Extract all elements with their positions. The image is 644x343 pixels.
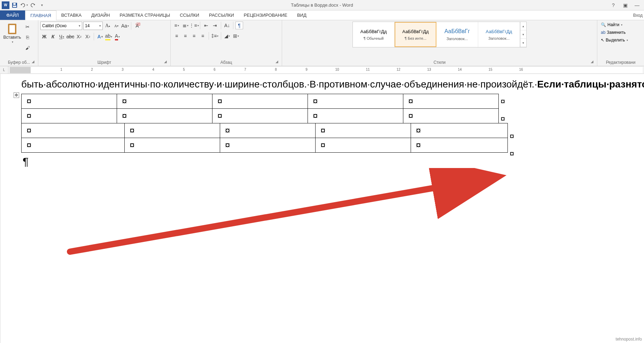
font-family-combo[interactable]: Calibri (Осно▾	[40, 22, 82, 30]
table-cell[interactable]: ¤	[22, 109, 117, 123]
bold-button[interactable]: Ж	[40, 33, 48, 40]
tab-view[interactable]: ВИД	[292, 10, 311, 20]
styles-scroll-down-icon[interactable]: ▾	[520, 30, 526, 39]
cut-icon[interactable]	[24, 23, 31, 31]
page[interactable]: быть·абсолютно·идентичны·по·количеству·и…	[0, 74, 644, 343]
increase-indent-icon[interactable]: ⇥	[211, 22, 219, 29]
highlight-icon[interactable]: ab▾	[105, 33, 112, 40]
table-cell[interactable]: ¤	[403, 94, 499, 109]
table-cell[interactable]: ¤	[125, 138, 220, 153]
sort-icon[interactable]: A↓	[223, 22, 231, 29]
text-effects-icon[interactable]: A▾	[96, 33, 104, 40]
qat-customize-icon[interactable]: ▾	[38, 1, 46, 9]
tab-layout[interactable]: РАЗМЕТКА СТРАНИЦЫ	[115, 10, 175, 20]
word-app-icon[interactable]: W	[1, 1, 10, 9]
align-left-icon[interactable]: ≡	[173, 32, 180, 40]
italic-button[interactable]: К	[49, 33, 57, 40]
group-styles-label: Стили	[284, 59, 595, 66]
group-font-label: Шрифт	[40, 59, 168, 66]
shading-icon[interactable]: ◢▾	[223, 32, 231, 40]
multilevel-icon[interactable]: ⋮≡▾	[190, 22, 198, 29]
find-button[interactable]: 🔍Найти▾	[599, 22, 624, 28]
table-cell[interactable]: ¤	[22, 123, 125, 138]
font-color-icon[interactable]: A▾	[114, 33, 121, 40]
group-clipboard-label: Буфер об...	[2, 59, 36, 66]
tab-insert[interactable]: ВСТАВКА	[56, 10, 86, 20]
styles-scroll-up-icon[interactable]: ▴	[520, 22, 526, 30]
select-button[interactable]: ↖Выделить▾	[599, 37, 629, 43]
grow-font-icon[interactable]: A▴	[104, 22, 111, 30]
decrease-indent-icon[interactable]: ⇤	[202, 22, 210, 29]
tab-mailings[interactable]: РАССЫЛКИ	[204, 10, 239, 20]
underline-button[interactable]: Ч▾	[58, 33, 65, 40]
font-size-combo[interactable]: 14▾	[83, 22, 103, 30]
table-2[interactable]: ¤¤¤¤¤¤¤¤¤¤	[21, 123, 508, 153]
minimize-icon[interactable]: —	[633, 2, 641, 8]
table-cell[interactable]: ¤	[212, 94, 308, 109]
signin-link[interactable]: Вход	[633, 10, 644, 20]
ruler-corner[interactable]: L	[0, 66, 8, 74]
ribbon-display-icon[interactable]: ▣	[621, 2, 629, 8]
tab-file[interactable]: ФАЙЛ	[0, 10, 25, 20]
table-cell[interactable]: ¤	[316, 123, 411, 138]
tab-design[interactable]: ДИЗАЙН	[86, 10, 115, 20]
align-center-icon[interactable]: ≡	[181, 32, 189, 40]
strikethrough-button[interactable]: abc	[67, 33, 74, 40]
styles-gallery: АаБбВвГгДд ¶ Обычный АаБбВвГгДд ¶ Без ин…	[352, 22, 527, 47]
tab-references[interactable]: ССЫЛКИ	[175, 10, 204, 20]
svg-rect-2	[13, 3, 16, 5]
style-no-spacing[interactable]: АаБбВвГгДд ¶ Без инте...	[395, 22, 436, 47]
help-icon[interactable]: ?	[609, 2, 618, 8]
table-cell[interactable]: ¤	[403, 109, 499, 123]
justify-icon[interactable]: ≡	[199, 32, 207, 40]
borders-icon[interactable]: ⊞▾	[232, 32, 240, 40]
undo-icon[interactable]: ▾	[20, 1, 28, 9]
align-right-icon[interactable]: ≡	[190, 32, 198, 40]
format-painter-icon[interactable]	[24, 44, 31, 52]
tab-home[interactable]: ГЛАВНАЯ	[25, 10, 56, 20]
table-cell[interactable]: ¤	[117, 109, 212, 123]
superscript-button[interactable]: X2	[84, 33, 92, 40]
table-cell[interactable]: ¤	[212, 109, 308, 123]
table-cell[interactable]: ¤	[411, 138, 508, 153]
table-cell[interactable]: ¤	[22, 138, 125, 153]
numbering-icon[interactable]: ≣▾	[181, 22, 189, 29]
table-cell[interactable]: ¤	[22, 94, 117, 109]
table-1[interactable]: ¤¤¤¤¤¤¤¤¤¤	[21, 94, 499, 123]
copy-icon[interactable]	[24, 33, 31, 41]
table-cell[interactable]: ¤	[316, 138, 411, 153]
svg-rect-1	[13, 6, 16, 7]
clear-formatting-icon[interactable]: A⌫	[133, 22, 141, 30]
line-spacing-icon[interactable]: ‡≡▾	[211, 32, 219, 40]
bullets-icon[interactable]: ≡▾	[173, 22, 180, 29]
styles-expand-icon[interactable]: ▾	[520, 39, 526, 47]
subscript-button[interactable]: X2	[75, 33, 83, 40]
paragraph-launcher-icon[interactable]: ◢	[276, 60, 280, 64]
shrink-font-icon[interactable]: A▾	[112, 22, 120, 30]
redo-icon[interactable]	[29, 1, 37, 9]
table-cell[interactable]: ¤	[308, 109, 403, 123]
table-cell[interactable]: ¤	[117, 94, 212, 109]
window-controls: ? ▣ —	[609, 2, 644, 8]
show-marks-icon[interactable]: ¶	[235, 22, 243, 29]
table-cell[interactable]: ¤	[220, 123, 316, 138]
styles-launcher-icon[interactable]: ◢	[591, 60, 596, 64]
table-cell[interactable]: ¤	[411, 123, 508, 138]
tab-review[interactable]: РЕЦЕНЗИРОВАНИЕ	[239, 10, 292, 20]
paragraph-mark: ¶	[23, 155, 644, 168]
replace-button[interactable]: abЗаменить	[599, 29, 627, 36]
paste-button[interactable]: Вставить ▾	[2, 22, 22, 44]
table-cell[interactable]: ¤	[220, 138, 316, 153]
style-heading1[interactable]: АаБбВвГг Заголовок...	[436, 22, 478, 47]
table-cell[interactable]: ¤	[308, 94, 403, 109]
font-launcher-icon[interactable]: ◢	[164, 60, 169, 64]
quick-access-toolbar: W ▾ ▾	[0, 1, 46, 9]
table-move-handle-icon[interactable]: ✥	[14, 92, 19, 98]
horizontal-ruler[interactable]: 12345678910111213141516	[10, 67, 643, 73]
change-case-icon[interactable]: Aa▾	[121, 22, 129, 30]
table-cell[interactable]: ¤	[125, 123, 220, 138]
style-normal[interactable]: АаБбВвГгДд ¶ Обычный	[353, 22, 395, 47]
save-icon[interactable]	[10, 1, 19, 9]
clipboard-launcher-icon[interactable]: ◢	[32, 60, 37, 64]
style-heading2[interactable]: АаБбВвГгДд Заголовок...	[478, 22, 520, 47]
